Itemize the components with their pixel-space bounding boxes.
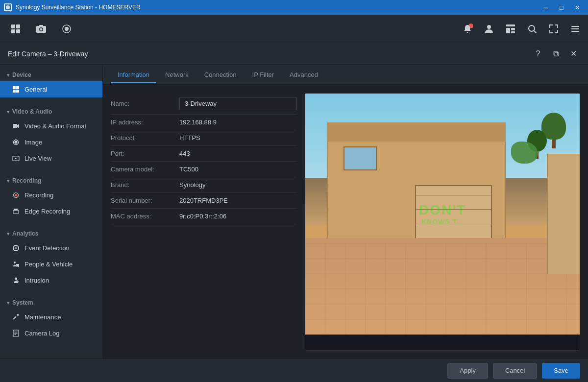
tab-network[interactable]: Network <box>158 67 196 83</box>
sidebar-item-event-detection[interactable]: Event Detection <box>0 240 102 256</box>
sidebar-section-label-video-audio: Video & Audio <box>12 108 52 115</box>
people-vehicle-icon <box>12 261 20 268</box>
notification-button[interactable] <box>459 20 476 38</box>
sidebar-section-label-device: Device <box>12 72 31 78</box>
svg-point-40 <box>18 266 19 267</box>
apply-button[interactable]: Apply <box>447 363 488 379</box>
sidebar-item-video-audio-format[interactable]: Video & Audio Format <box>0 118 102 134</box>
tab-connection[interactable]: Connection <box>197 67 244 83</box>
form-area: Name: IP address: 192.168.88.9 Protocol:… <box>111 93 297 351</box>
tab-bar: Information Network Connection IP Filter… <box>103 65 588 85</box>
sidebar-section-header-recording[interactable]: ▾ Recording <box>0 174 102 187</box>
close-window-button[interactable]: ✕ <box>570 2 584 12</box>
expand-button[interactable] <box>545 20 563 38</box>
svg-point-33 <box>15 194 17 196</box>
maximize-button[interactable]: □ <box>555 2 568 12</box>
sidebar-item-people-vehicle[interactable]: People & Vehicle <box>0 256 102 272</box>
sidebar-section-header-system[interactable]: ▾ System <box>0 296 102 309</box>
sidebar-item-label-recording: Recording <box>24 191 53 199</box>
svg-point-37 <box>14 262 16 263</box>
sidebar-item-label-live-view: Live View <box>24 155 51 162</box>
sidebar-section-header-device[interactable]: ▾ Device <box>0 69 102 81</box>
camera-log-icon <box>12 330 20 337</box>
svg-rect-25 <box>16 90 19 93</box>
svg-rect-24 <box>13 90 16 93</box>
right-panel: Information Network Connection IP Filter… <box>103 65 588 358</box>
camera-icon <box>36 24 47 34</box>
layout-icon <box>505 24 516 34</box>
preview-bottom-bar <box>305 334 580 350</box>
toolbar-grid-button[interactable] <box>4 17 27 41</box>
svg-rect-15 <box>506 28 510 33</box>
image-icon <box>12 139 20 146</box>
svg-rect-14 <box>506 24 515 26</box>
general-icon <box>12 86 20 93</box>
sidebar-item-camera-log[interactable]: Camera Log <box>0 325 102 341</box>
sidebar-section-device: ▾ Device General <box>0 65 102 101</box>
restore-button[interactable]: ⧉ <box>549 47 563 61</box>
sidebar-item-general[interactable]: General <box>0 81 102 97</box>
sidebar-item-image[interactable]: Image <box>0 134 102 150</box>
form-row-brand: Brand: Synology <box>111 177 297 193</box>
svg-point-11 <box>65 27 69 31</box>
form-label-mac: MAC address: <box>111 213 179 220</box>
close-dialog-button[interactable]: ✕ <box>566 47 580 61</box>
svg-rect-2 <box>11 24 15 28</box>
svg-rect-9 <box>39 25 43 27</box>
footer: Apply Cancel Save <box>0 358 588 382</box>
sidebar-item-label-camera-log: Camera Log <box>24 330 60 337</box>
form-value-camera-model: TC500 <box>179 166 297 173</box>
toolbar <box>0 15 588 43</box>
toolbar-left <box>4 17 78 41</box>
form-label-protocol: Protocol: <box>111 134 179 142</box>
hamburger-icon <box>570 24 581 34</box>
svg-rect-17 <box>511 31 515 33</box>
collapse-device-icon: ▾ <box>7 72 9 78</box>
svg-rect-20 <box>571 28 579 29</box>
sidebar-item-label-general: General <box>24 86 47 93</box>
sidebar: ▾ Device General ▾ Video <box>0 65 103 358</box>
tab-information[interactable]: Information <box>111 67 156 83</box>
svg-rect-23 <box>16 86 19 89</box>
tab-advanced[interactable]: Advanced <box>283 67 325 83</box>
svg-point-8 <box>40 28 43 30</box>
form-row-protocol: Protocol: HTTPS <box>111 130 297 146</box>
toolbar-camera-button[interactable] <box>29 17 53 41</box>
toolbar-record-button[interactable] <box>55 17 78 41</box>
help-button[interactable]: ? <box>531 47 545 61</box>
dialog-header-actions: ? ⧉ ✕ <box>531 47 580 61</box>
cancel-button[interactable]: Cancel <box>493 363 537 379</box>
person-icon <box>484 24 494 34</box>
menu-button[interactable] <box>566 20 584 38</box>
sidebar-section-header-video-audio[interactable]: ▾ Video & Audio <box>0 105 102 118</box>
sidebar-item-label-maintenance: Maintenance <box>24 313 61 321</box>
form-row-name: Name: <box>111 93 297 115</box>
search-button[interactable] <box>523 20 541 38</box>
app-title: Synology Surveillance Station - HOMESERV… <box>16 4 141 11</box>
name-input[interactable] <box>179 97 297 110</box>
sidebar-item-intrusion[interactable]: Intrusion <box>0 272 102 288</box>
svg-point-36 <box>15 247 17 249</box>
sidebar-section-system: ▾ System Maintenance <box>0 292 102 345</box>
save-button[interactable]: Save <box>542 363 580 379</box>
minimize-button[interactable]: ─ <box>539 2 553 12</box>
sidebar-item-maintenance[interactable]: Maintenance <box>0 309 102 325</box>
svg-point-18 <box>529 25 535 31</box>
svg-rect-4 <box>11 29 15 33</box>
camera-preview-area: DON'T KNOWS T... <box>305 93 580 351</box>
expand-icon <box>548 24 559 34</box>
grid-icon <box>10 24 21 34</box>
sidebar-item-edge-recording[interactable]: Edge Recording <box>0 203 102 219</box>
form-row-mac: MAC address: 9r:c0:P0:3r::2:06 <box>111 209 297 224</box>
sidebar-item-recording[interactable]: Recording <box>0 187 102 203</box>
form-label-port: Port: <box>111 150 179 157</box>
sidebar-section-label-system: System <box>12 299 33 306</box>
form-value-mac: 9r:c0:P0:3r::2:06 <box>179 213 297 220</box>
sidebar-item-live-view[interactable]: Live View <box>0 150 102 167</box>
svg-rect-26 <box>13 124 17 128</box>
layout-button[interactable] <box>502 20 519 38</box>
account-button[interactable] <box>480 20 498 38</box>
tab-ip-filter[interactable]: IP Filter <box>245 67 281 83</box>
sidebar-section-header-analytics[interactable]: ▾ Analytics <box>0 227 102 240</box>
svg-rect-43 <box>13 316 16 319</box>
